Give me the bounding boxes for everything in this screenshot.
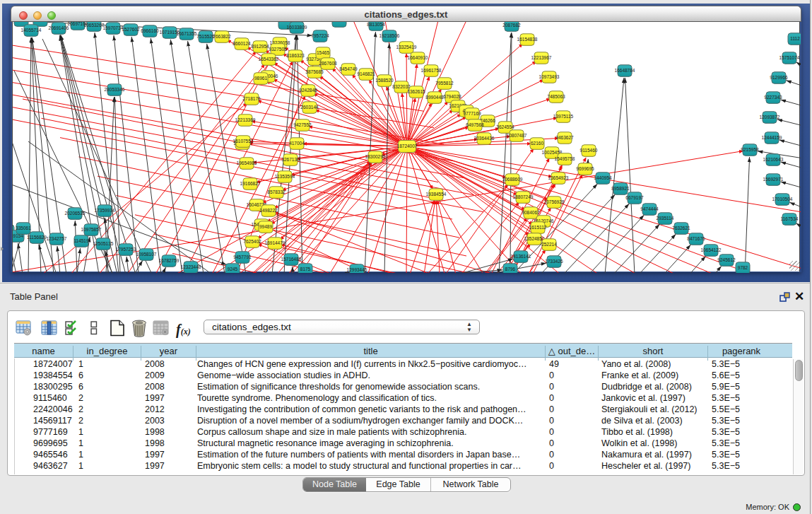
svg-text:1362615: 1362615 [407,89,425,94]
svg-text:7957224: 7957224 [311,33,329,38]
svg-text:12213967: 12213967 [531,55,552,60]
svg-text:8813054: 8813054 [367,22,385,27]
svg-text:17957253: 17957253 [116,247,136,252]
svg-text:9474444: 9474444 [640,206,659,211]
svg-text:28053346: 28053346 [105,87,125,92]
svg-text:11156829: 11156829 [27,235,47,240]
svg-text:16914479: 16914479 [265,240,286,245]
svg-text:10756928: 10756928 [544,199,565,204]
svg-text:8322037: 8322037 [392,84,411,89]
svg-text:1112: 1112 [790,36,800,41]
svg-text:2718176: 2718176 [242,96,261,101]
svg-text:6679197: 6679197 [625,195,644,200]
svg-text:2087682: 2087682 [502,23,521,28]
svg-text:16961758: 16961758 [421,68,442,73]
svg-text:10653267: 10653267 [84,23,105,28]
svg-text:10688609: 10688609 [502,177,523,182]
svg-text:13975115: 13975115 [553,114,574,119]
svg-text:12993445: 12993445 [347,267,367,272]
svg-text:7485063: 7485063 [547,94,565,99]
svg-text:9245: 9245 [228,267,238,271]
svg-text:9245612: 9245612 [717,257,736,262]
svg-text:12093872: 12093872 [760,115,780,119]
svg-text:2935114: 2935114 [657,216,674,221]
svg-text:13654923: 13654923 [548,175,569,180]
svg-text:16210643: 16210643 [763,157,784,162]
svg-text:18300295: 18300295 [365,154,386,159]
svg-text:8796: 8796 [505,267,516,271]
svg-text:12505135: 12505135 [93,241,114,246]
svg-text:19654985: 19654985 [237,160,257,165]
svg-text:8660124: 8660124 [233,41,251,46]
svg-text:8215958: 8215958 [741,147,759,152]
svg-text:19384554: 19384554 [426,192,447,197]
svg-text:8912954: 8912954 [251,44,269,49]
svg-text:7955812: 7955812 [435,81,454,86]
svg-text:17359934: 17359934 [95,208,115,213]
svg-text:18724007: 18724007 [397,144,418,148]
svg-text:9084067: 9084067 [522,210,540,215]
svg-text:3267130: 3267130 [281,157,300,162]
svg-text:16648784: 16648784 [615,68,635,73]
svg-text:7663822: 7663822 [213,34,231,39]
svg-text:16543362: 16543362 [259,57,279,62]
svg-text:99489: 99489 [259,224,272,229]
svg-text:10958107: 10958107 [136,252,157,257]
svg-text:62160: 62160 [531,141,543,146]
svg-text:6497568: 6497568 [466,122,484,127]
svg-text:16033809: 16033809 [287,25,307,30]
svg-text:19166827: 19166827 [240,181,261,186]
svg-text:15716485: 15716485 [281,257,302,262]
svg-text:1733426: 1733426 [545,259,563,264]
svg-text:13524851: 13524851 [524,236,545,241]
svg-text:9115460: 9115460 [580,148,598,153]
svg-text:9699695: 9699695 [576,166,594,171]
svg-text:1167534: 1167534 [781,216,799,221]
svg-text:12342757: 12342757 [47,236,67,241]
svg-text:10973493: 10973493 [539,74,560,79]
svg-text:9227343: 9227343 [764,95,782,100]
svg-text:8990448: 8990448 [425,95,444,100]
svg-text:335061: 335061 [16,226,31,230]
svg-text:8454749: 8454749 [339,66,358,71]
svg-text:14136141: 14136141 [511,254,531,259]
svg-text:7632621: 7632621 [672,226,690,230]
svg-text:16671355: 16671355 [177,31,197,36]
svg-text:1527602: 1527602 [122,27,140,32]
svg-text:15751074: 15751074 [779,55,800,60]
svg-text:9782: 9782 [738,265,748,270]
svg-text:3875685: 3875685 [305,69,324,74]
svg-text:8578332: 8578332 [267,189,286,194]
svg-text:12213369: 12213369 [235,117,256,122]
svg-text:16782759: 16782759 [159,258,180,263]
svg-text:10807487: 10807487 [507,133,527,138]
svg-text:16640910: 16640910 [408,55,428,60]
svg-text:114519: 114519 [73,238,89,243]
svg-text:13325419: 13325419 [396,45,417,49]
svg-text:15692971: 15692971 [763,177,784,182]
svg-text:20691406: 20691406 [49,25,69,30]
svg-text:10654122: 10654122 [701,247,722,252]
svg-text:11353594: 11353594 [275,174,295,179]
svg-text:7515526: 7515526 [196,34,215,39]
svg-text:6794028: 6794028 [443,94,461,99]
svg-text:19218506: 19218506 [379,33,400,38]
svg-text:10975857: 10975857 [81,227,102,232]
svg-text:8471676: 8471676 [687,236,705,241]
svg-text:9427552: 9427552 [293,122,312,127]
svg-text:16107553: 16107553 [233,139,254,144]
svg-text:252214: 252214 [541,242,557,247]
svg-text:1440954: 1440954 [594,175,612,180]
svg-text:14055714: 14055714 [21,28,42,33]
svg-text:15495758: 15495758 [555,156,575,161]
svg-text:417004: 417004 [289,141,305,146]
svg-text:20364436: 20364436 [474,136,495,141]
svg-text:9463627: 9463627 [555,135,574,140]
svg-text:17010504: 17010504 [772,197,793,201]
svg-text:9777169: 9777169 [463,111,481,116]
svg-text:15465: 15465 [317,50,329,55]
svg-text:8958921: 8958921 [611,186,630,191]
svg-text:1588520: 1588520 [375,78,394,83]
svg-text:8186323: 8186323 [286,53,305,58]
svg-text:98961: 98961 [254,76,267,81]
